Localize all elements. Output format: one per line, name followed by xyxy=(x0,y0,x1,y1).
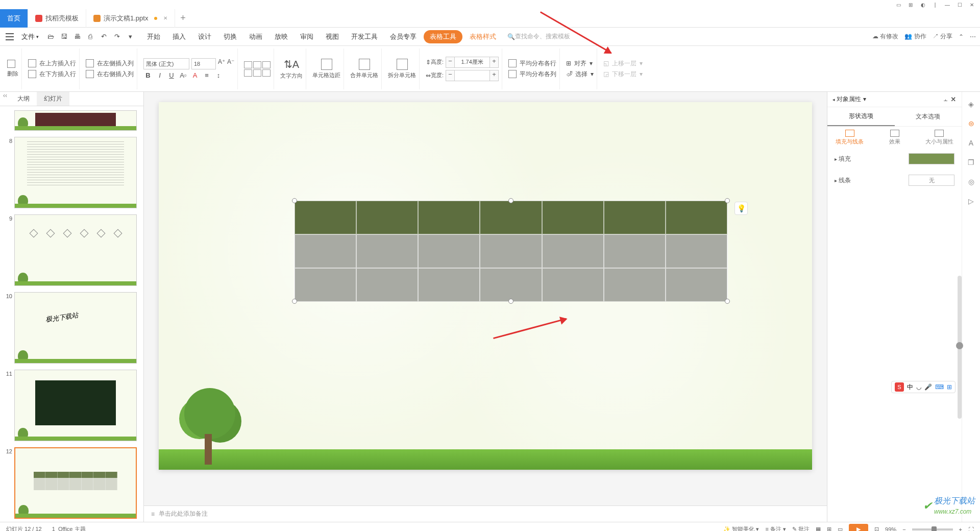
fill-color-swatch[interactable] xyxy=(909,153,954,164)
subtab-effects[interactable]: 效果 xyxy=(872,127,917,148)
play-side-icon[interactable]: ▷ xyxy=(966,196,976,206)
layout-icon[interactable]: ▭ xyxy=(892,1,904,9)
width-spinner[interactable]: ⇔ 宽度: − + xyxy=(426,70,499,81)
tab-text-options[interactable]: 文本选项 xyxy=(895,107,962,126)
fit-icon[interactable]: ⊡ xyxy=(874,526,879,531)
delete-button[interactable]: 删除 xyxy=(7,70,18,78)
tab-start[interactable]: 开始 xyxy=(141,28,166,46)
insert-col-right[interactable]: 在右侧插入列 xyxy=(86,70,134,79)
diamond-icon[interactable]: ◈ xyxy=(966,99,976,109)
view-sorter-icon[interactable]: ⊞ xyxy=(827,526,831,531)
coop-button[interactable]: 👥 协作 xyxy=(904,32,926,41)
resize-handle[interactable] xyxy=(725,198,730,203)
smart-hint-icon[interactable]: 💡 xyxy=(734,202,748,215)
tab-close-icon[interactable]: ✕ xyxy=(163,15,167,21)
font-color-button[interactable]: A xyxy=(190,71,200,79)
grow-font-icon[interactable]: A⁺ xyxy=(218,58,225,69)
font-size-select[interactable]: 18 xyxy=(191,58,216,69)
pin-side-icon[interactable]: ◎ xyxy=(966,177,976,187)
table-object[interactable] xyxy=(294,200,728,302)
resize-handle[interactable] xyxy=(508,198,513,203)
tab-dev[interactable]: 开发工具 xyxy=(345,28,384,46)
cell-margin-button[interactable]: 单元格边距 xyxy=(312,71,340,79)
more-menu-icon[interactable]: ⋯ xyxy=(970,33,976,40)
tab-transition[interactable]: 切换 xyxy=(217,28,243,46)
tab-shape-options[interactable]: 形状选项 xyxy=(827,107,895,126)
zoom-in-icon[interactable]: + xyxy=(959,526,962,532)
redo-icon[interactable]: ↷ xyxy=(111,31,122,42)
slide-thumb-9[interactable] xyxy=(14,214,137,286)
open-icon[interactable]: 🗁 xyxy=(45,31,56,42)
text-direction-button[interactable]: 文字方向 xyxy=(280,72,303,80)
collapse-ribbon-icon[interactable]: ⌃ xyxy=(959,33,964,40)
italic-button[interactable]: I xyxy=(155,71,164,79)
line-height-button[interactable]: ↕ xyxy=(214,71,223,79)
highlight-button[interactable]: A▫ xyxy=(179,71,188,79)
line-none-swatch[interactable]: 无 xyxy=(909,175,954,186)
view-normal-icon[interactable]: ▦ xyxy=(816,526,821,531)
share-button[interactable]: ↗ 分享 xyxy=(933,32,952,41)
beautify-button[interactable]: ✨ 智能美化 ▾ xyxy=(723,525,759,531)
line-section[interactable]: ▸ 线条 无 xyxy=(827,170,962,191)
insert-col-left[interactable]: 在左侧插入列 xyxy=(86,59,134,68)
tab-animation[interactable]: 动画 xyxy=(243,28,268,46)
review-toggle[interactable]: ✎ 批注 xyxy=(792,525,810,531)
zoom-level[interactable]: 99% xyxy=(885,526,896,532)
bold-button[interactable]: B xyxy=(143,71,153,79)
resize-handle[interactable] xyxy=(292,299,297,304)
ime-indicator[interactable]: S中◡🎤⌨⊞ xyxy=(891,381,955,393)
pin-icon[interactable]: ⫠ xyxy=(943,96,949,103)
width-minus[interactable]: − xyxy=(446,70,455,81)
tab-slides[interactable]: 幻灯片 xyxy=(37,92,69,106)
underline-button[interactable]: U xyxy=(167,71,176,79)
select-menu[interactable]: ⮰选择 ▾ xyxy=(566,70,594,79)
tab-table-style[interactable]: 表格样式 xyxy=(463,28,502,46)
slide-thumb-11[interactable] xyxy=(14,370,137,441)
align-menu[interactable]: ⊞对齐 ▾ xyxy=(566,59,594,68)
distribute-cols[interactable]: 平均分布各列 xyxy=(508,70,556,79)
distribute-rows[interactable]: 平均分布各行 xyxy=(508,59,556,68)
file-menu[interactable]: 文件 ▾ xyxy=(17,28,43,46)
tab-home[interactable]: 首页 xyxy=(0,9,28,28)
slider-icon[interactable]: ⊜ xyxy=(966,118,976,129)
slide-thumb-7[interactable] xyxy=(14,110,137,131)
fullscreen-icon[interactable]: ⛶ xyxy=(968,526,974,532)
tab-add-button[interactable]: + xyxy=(175,13,190,23)
grid-icon[interactable]: ⊞ xyxy=(904,1,917,9)
tab-table-tools[interactable]: 表格工具 xyxy=(424,30,462,43)
command-search[interactable]: 🔍 查找命令、搜索模板 xyxy=(507,32,570,41)
height-plus[interactable]: + xyxy=(489,57,499,68)
split-cells-button[interactable]: 拆分单元格 xyxy=(388,71,416,79)
height-minus[interactable]: − xyxy=(446,57,455,68)
slideshow-button[interactable]: ▶ xyxy=(849,524,868,532)
merge-cells-button[interactable]: 合并单元格 xyxy=(350,71,378,79)
layers-icon[interactable]: ❐ xyxy=(966,157,976,167)
more-icon[interactable]: ▾ xyxy=(125,31,136,42)
view-reading-icon[interactable]: ▭ xyxy=(838,526,843,531)
table-row[interactable] xyxy=(295,268,727,302)
cloud-changes[interactable]: ☁ 有修改 xyxy=(872,32,898,41)
table-row[interactable] xyxy=(295,234,727,268)
print-icon[interactable]: 🖶 xyxy=(71,31,83,42)
width-value[interactable] xyxy=(455,70,489,81)
collapse-panel-icon[interactable]: ‹‹ xyxy=(0,92,10,106)
avatar-icon[interactable]: ◐ xyxy=(917,1,929,9)
slide-canvas[interactable]: 💡 xyxy=(159,102,812,470)
subtab-fill-line[interactable]: 填充与线条 xyxy=(827,127,872,148)
resize-handle[interactable] xyxy=(292,198,297,203)
zoom-slider[interactable] xyxy=(912,528,953,530)
tab-design[interactable]: 设计 xyxy=(192,28,217,46)
width-plus[interactable]: + xyxy=(489,70,499,81)
height-value[interactable]: 1.74厘米 xyxy=(455,57,489,68)
notes-bar[interactable]: ≡单击此处添加备注 xyxy=(144,505,827,522)
undo-icon[interactable]: ↶ xyxy=(98,31,109,42)
tab-insert[interactable]: 插入 xyxy=(166,28,192,46)
fill-section[interactable]: ▸ 填充 xyxy=(827,148,962,170)
slide-thumb-8[interactable] xyxy=(14,137,137,208)
tab-document[interactable]: 演示文稿1.pptx✕ xyxy=(86,9,175,28)
maximize-button[interactable]: ☐ xyxy=(953,1,966,9)
minimize-button[interactable]: — xyxy=(941,1,953,9)
list-button[interactable]: ≡ xyxy=(202,71,211,79)
zoom-out-icon[interactable]: − xyxy=(902,526,905,532)
menu-hamburger-icon[interactable] xyxy=(4,31,15,42)
